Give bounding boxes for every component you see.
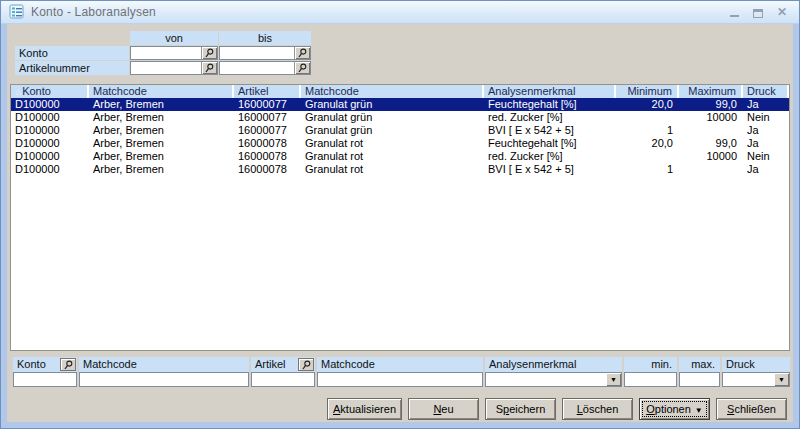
editor-header-label: Matchcode (321, 357, 483, 372)
editor-header-label: Druck (726, 357, 790, 372)
editor-header-artikel: Artikel (251, 357, 315, 372)
minimize-button[interactable] (727, 5, 741, 19)
optionen-button[interactable]: Optionen▼ (639, 398, 710, 420)
artikelnummer-bis-lookup-button[interactable] (294, 62, 310, 74)
cell-druck: Ja (743, 137, 789, 150)
artikelnummer-von-field (130, 61, 218, 75)
table-row[interactable]: D100000Arber, Bremen16000077Granulat grü… (11, 98, 789, 111)
cell-minimum: 1 (616, 163, 679, 176)
cell-analysenmerkmal: BVI [ E x 542 + 5] (484, 124, 616, 137)
cell-matchcode: Arber, Bremen (89, 124, 234, 137)
table-body: D100000Arber, Bremen16000077Granulat grü… (11, 98, 789, 176)
artikelnummer-von-input[interactable] (131, 62, 201, 74)
konto-von-lookup-button[interactable] (201, 47, 217, 59)
cell-matchcode: Granulat grün (301, 111, 484, 124)
column-header-druck[interactable]: Druck (743, 85, 789, 98)
editor-input-min[interactable] (625, 373, 676, 386)
cell-druck: Ja (743, 124, 789, 137)
column-header-minimum[interactable]: Minimum (616, 85, 679, 98)
analyses-table: △KontoMatchcodeArtikelMatchcodeAnalysenm… (10, 84, 790, 351)
table-row[interactable]: D100000Arber, Bremen16000078Granulat rot… (11, 163, 789, 176)
schlie-en-button[interactable]: Schließen (716, 398, 787, 420)
aktualisieren-button[interactable]: Aktualisieren (327, 398, 402, 420)
magnifier-icon (302, 360, 311, 370)
editor-header-label: Analysenmerkmal (489, 357, 622, 372)
editor-header-druck: Druck (722, 357, 790, 372)
cell-konto: D100000 (11, 163, 89, 176)
cell-artikel: 16000077 (234, 124, 301, 137)
editor-konto-lookup-button[interactable] (60, 358, 76, 371)
editor-header-analysenmerkmal: Analysenmerkmal (485, 357, 622, 372)
cell-konto: D100000 (11, 137, 89, 150)
cell-matchcode: Arber, Bremen (89, 137, 234, 150)
cell-matchcode: Granulat rot (301, 150, 484, 163)
editor-analysenmerkmal-dropdown-button[interactable]: ▼ (606, 373, 621, 386)
cell-matchcode: Granulat rot (301, 137, 484, 150)
editor-header-max: max. (679, 357, 720, 372)
column-header-analysenmerkmal[interactable]: Analysenmerkmal (484, 85, 616, 98)
cell-analysenmerkmal: Feuchtegehalt [%] (484, 98, 616, 111)
cell-matchcode: Arber, Bremen (89, 150, 234, 163)
column-header-konto[interactable]: △Konto (11, 85, 89, 98)
range-header-bis: bis (219, 31, 311, 45)
table-row[interactable]: D100000Arber, Bremen16000077Granulat grü… (11, 111, 789, 124)
editor-artikel-lookup-button[interactable] (298, 358, 314, 371)
magnifier-icon (64, 360, 73, 370)
cell-artikel: 16000077 (234, 111, 301, 124)
editor-header-label: max. (691, 357, 715, 372)
window-title: Konto - Laboranalysen (31, 5, 727, 19)
minimize-icon (730, 14, 739, 17)
table-row[interactable]: D100000Arber, Bremen16000078Granulat rot… (11, 137, 789, 150)
client-area: von bis Konto (7, 24, 793, 422)
editor-input-konto[interactable] (14, 373, 76, 386)
konto-bis-input[interactable] (220, 47, 294, 59)
column-header-matchcode[interactable]: Matchcode (89, 85, 234, 98)
maximize-button[interactable] (751, 5, 765, 19)
cell-maximum: 99,0 (679, 98, 743, 111)
cell-analysenmerkmal: red. Zucker [%] (484, 150, 616, 163)
editor-header-label: Matchcode (83, 357, 249, 372)
konto-von-input[interactable] (131, 47, 201, 59)
editor-input-max[interactable] (680, 373, 719, 386)
cell-analysenmerkmal: BVI [ E x 542 + 5] (484, 163, 616, 176)
table-row[interactable]: D100000Arber, Bremen16000077Granulat grü… (11, 124, 789, 137)
editor-header-label: Konto (17, 357, 60, 372)
cell-konto: D100000 (11, 98, 89, 111)
cell-druck: Nein (743, 111, 789, 124)
table-row[interactable]: D100000Arber, Bremen16000078Granulat rot… (11, 150, 789, 163)
cell-matchcode: Arber, Bremen (89, 98, 234, 111)
column-header-artikel[interactable]: Artikel (234, 85, 301, 98)
close-button[interactable]: ✕ (775, 5, 789, 19)
konto-bis-field (219, 46, 311, 60)
cell-minimum: 1 (616, 124, 679, 137)
neu-button[interactable]: Neu (408, 398, 479, 420)
artikelnummer-bis-field (219, 61, 311, 75)
column-header-maximum[interactable]: Maximum (679, 85, 743, 98)
cell-artikel: 16000078 (234, 163, 301, 176)
artikelnummer-bis-input[interactable] (220, 62, 294, 74)
chevron-down-icon: ▼ (695, 406, 703, 415)
editor-header-min: min. (624, 357, 677, 372)
editor-field-konto (13, 372, 77, 387)
editor-input-artikel[interactable] (252, 373, 314, 386)
editor-field-min (624, 372, 677, 387)
editor-field-matchcode (317, 372, 483, 387)
konto-bis-lookup-button[interactable] (294, 47, 310, 59)
editor-input-matchcode[interactable] (318, 373, 482, 386)
magnifier-icon (205, 48, 214, 58)
titlebar: Konto - Laboranalysen ✕ (1, 1, 799, 24)
editor-input-druck[interactable] (723, 373, 774, 386)
cell-maximum: 10000 (679, 111, 743, 124)
l-schen-button[interactable]: Löschen (562, 398, 633, 420)
editor-druck-dropdown-button[interactable]: ▼ (774, 373, 789, 386)
cell-maximum (679, 163, 743, 176)
editor-input-analysenmerkmal[interactable] (486, 373, 606, 386)
magnifier-icon (298, 63, 307, 73)
artikelnummer-von-lookup-button[interactable] (201, 62, 217, 74)
cell-maximum (679, 124, 743, 137)
editor-header-matchcode: Matchcode (79, 357, 249, 372)
speichern-button[interactable]: Speichern (485, 398, 556, 420)
column-header-matchcode[interactable]: Matchcode (301, 85, 484, 98)
editor-input-matchcode[interactable] (80, 373, 248, 386)
cell-artikel: 16000077 (234, 98, 301, 111)
